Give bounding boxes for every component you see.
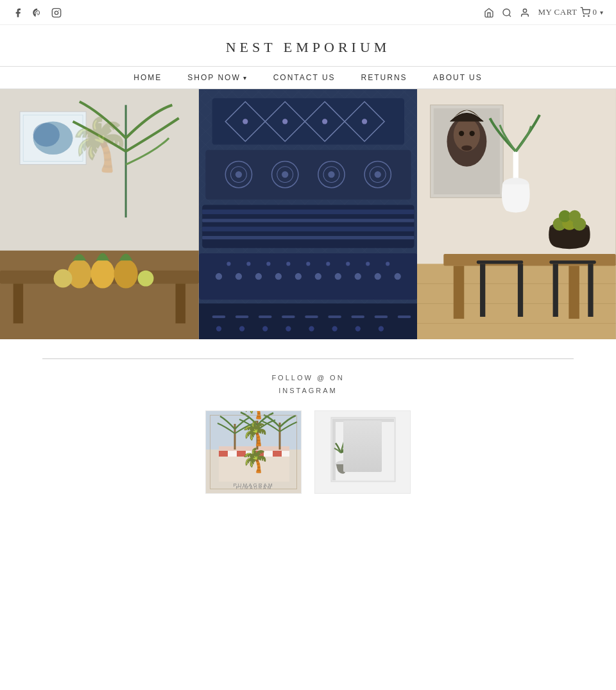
svg-rect-147 — [352, 450, 357, 451]
bottom-area — [0, 507, 616, 690]
pinterest-link[interactable] — [32, 6, 42, 18]
nav-home[interactable]: HOME — [133, 73, 162, 82]
instagram-follow-text: FOLLOW @ ON INSTAGRAM — [13, 372, 603, 398]
svg-point-22 — [54, 269, 73, 288]
svg-point-14 — [33, 123, 60, 147]
svg-point-57 — [314, 273, 321, 280]
svg-point-42 — [328, 171, 334, 178]
social-links — [13, 6, 62, 18]
cart-label: MY CART — [538, 7, 577, 17]
svg-point-53 — [235, 273, 241, 280]
cart-area[interactable]: MY CART 0 ▾ — [538, 7, 603, 17]
cart-icon — [580, 7, 590, 17]
instagram-grid: PUMAGRAM — [13, 410, 603, 494]
svg-rect-142 — [354, 423, 357, 429]
svg-rect-111 — [569, 266, 580, 319]
svg-rect-144 — [352, 444, 358, 445]
svg-point-61 — [394, 273, 400, 280]
svg-point-5 — [524, 9, 527, 12]
svg-point-32 — [362, 119, 367, 124]
instagram-item-1[interactable]: PUMAGRAM — [205, 410, 302, 494]
svg-rect-17 — [13, 284, 23, 324]
svg-point-31 — [322, 119, 327, 124]
hero-image-left[interactable] — [0, 89, 199, 339]
svg-point-63 — [246, 262, 250, 266]
svg-rect-49 — [202, 227, 414, 231]
svg-point-81 — [216, 326, 221, 332]
svg-point-108 — [569, 210, 581, 223]
instagram-link[interactable] — [51, 6, 62, 18]
svg-point-88 — [378, 326, 383, 332]
svg-rect-139 — [332, 419, 336, 480]
svg-rect-90 — [417, 264, 616, 340]
svg-rect-50 — [202, 236, 414, 239]
svg-rect-48 — [202, 219, 414, 223]
svg-point-19 — [67, 260, 91, 289]
svg-rect-143 — [350, 442, 359, 453]
svg-rect-148 — [365, 435, 378, 469]
svg-rect-80 — [397, 316, 411, 318]
svg-rect-149 — [368, 429, 375, 439]
svg-point-86 — [332, 326, 337, 332]
svg-rect-117 — [588, 264, 594, 317]
hero-center-svg — [199, 89, 418, 339]
svg-point-85 — [309, 326, 314, 332]
hero-right-svg — [417, 89, 616, 339]
hero-grid — [0, 89, 616, 339]
svg-point-68 — [346, 262, 350, 266]
facebook-link[interactable] — [13, 6, 23, 18]
svg-point-82 — [239, 326, 244, 332]
svg-line-4 — [509, 15, 511, 17]
svg-point-23 — [138, 271, 154, 287]
svg-point-21 — [114, 260, 138, 289]
cart-dropdown-icon[interactable]: ▾ — [600, 9, 604, 16]
account-icon[interactable] — [520, 7, 530, 18]
svg-point-65 — [286, 262, 290, 266]
search-icon[interactable] — [502, 7, 512, 18]
svg-point-64 — [266, 262, 270, 266]
insta-frame-1 — [210, 415, 297, 489]
svg-rect-115 — [518, 264, 523, 317]
hero-image-center[interactable] — [199, 89, 418, 339]
nav-about-us[interactable]: ABOUT US — [433, 73, 483, 82]
svg-rect-150 — [371, 425, 373, 431]
svg-rect-76 — [305, 316, 318, 318]
svg-point-99 — [470, 131, 475, 136]
svg-rect-0 — [52, 9, 60, 17]
svg-rect-77 — [328, 316, 341, 318]
instagram-item-2[interactable] — [314, 410, 411, 494]
home-icon[interactable] — [484, 7, 494, 18]
svg-rect-18 — [176, 284, 185, 324]
svg-rect-113 — [550, 261, 596, 264]
svg-point-84 — [286, 326, 291, 332]
svg-point-45 — [374, 171, 381, 178]
hero-image-right[interactable] — [417, 89, 616, 339]
svg-point-29 — [243, 119, 248, 124]
svg-point-2 — [58, 10, 59, 11]
insta-2-svg — [315, 411, 411, 494]
svg-point-6 — [583, 15, 584, 16]
main-nav: HOME SHOP NOW ▾ CONTACT US RETURNS ABOUT… — [0, 66, 616, 89]
svg-point-36 — [235, 171, 241, 178]
svg-rect-72 — [212, 316, 225, 318]
site-title: NEST EMPORIUM — [0, 25, 616, 66]
nav-contact-us[interactable]: CONTACT US — [273, 73, 336, 82]
svg-rect-116 — [553, 264, 558, 317]
top-bar: MY CART 0 ▾ — [0, 0, 616, 25]
nav-returns[interactable]: RETURNS — [361, 73, 407, 82]
svg-point-100 — [461, 146, 472, 151]
svg-point-58 — [334, 273, 341, 280]
svg-rect-154 — [368, 449, 373, 450]
svg-point-67 — [326, 262, 330, 266]
svg-point-60 — [374, 273, 381, 280]
nav-shop-now[interactable]: SHOP NOW ▾ — [187, 73, 247, 82]
svg-point-54 — [255, 273, 261, 280]
svg-point-20 — [90, 260, 114, 289]
shop-now-chevron: ▾ — [243, 74, 248, 81]
svg-point-66 — [306, 262, 310, 266]
svg-point-98 — [459, 131, 464, 136]
svg-point-83 — [262, 326, 268, 332]
svg-rect-79 — [374, 316, 388, 318]
cart-count: 0 — [593, 7, 597, 17]
svg-rect-155 — [368, 451, 374, 452]
